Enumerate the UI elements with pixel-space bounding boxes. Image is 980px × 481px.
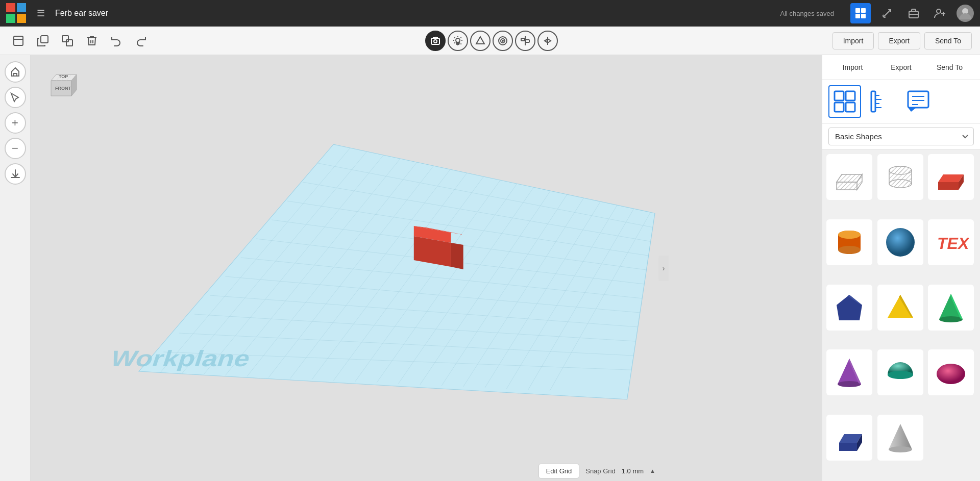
sendto-button[interactable]: Send To <box>925 59 974 75</box>
grid-tab[interactable] <box>828 85 861 118</box>
top-navbar: ☰ Ferb ear saver All changes saved <box>0 0 980 27</box>
svg-rect-3 <box>861 14 866 18</box>
shape-item-cone-purple[interactable] <box>826 349 872 395</box>
svg-rect-124 <box>839 443 857 451</box>
select-button[interactable] <box>5 87 26 108</box>
tinkercad-logo[interactable] <box>6 3 27 23</box>
bottom-bar: Edit Grid Snap Grid 1.0 mm ▲ <box>530 461 664 481</box>
undo-button[interactable] <box>106 31 127 51</box>
ruler-tab[interactable] <box>865 85 898 118</box>
shape-item-roof[interactable] <box>826 285 872 331</box>
import-button[interactable]: Import <box>832 32 874 49</box>
svg-rect-81 <box>846 103 855 112</box>
view-camera-button[interactable] <box>425 31 446 51</box>
view-distribute-button[interactable] <box>515 31 535 51</box>
edit-grid-button[interactable]: Edit Grid <box>538 464 580 478</box>
svg-text:Workplane: Workplane <box>107 346 254 371</box>
svg-marker-91 <box>908 108 916 112</box>
svg-point-101 <box>889 180 912 188</box>
svg-point-109 <box>886 228 915 257</box>
new-button[interactable] <box>8 31 29 51</box>
grid-view-button[interactable] <box>850 3 871 23</box>
svg-line-4 <box>884 10 891 17</box>
workplane-grid[interactable]: Workplane <box>31 55 822 481</box>
avatar[interactable] <box>957 5 974 22</box>
download-button[interactable] <box>5 163 26 185</box>
export-button[interactable]: Export <box>877 59 925 75</box>
svg-rect-78 <box>835 91 844 100</box>
svg-rect-87 <box>908 91 928 108</box>
svg-point-108 <box>838 231 861 239</box>
main-content: + − <box>0 55 980 481</box>
svg-point-127 <box>889 446 912 452</box>
svg-rect-15 <box>66 40 72 46</box>
view-light-button[interactable] <box>448 31 468 51</box>
snap-grid-label: Snap Grid <box>585 467 616 475</box>
svg-rect-11 <box>14 36 23 45</box>
logo-t <box>6 3 15 12</box>
pickaxe-button[interactable] <box>877 3 897 23</box>
svg-rect-14 <box>62 36 68 42</box>
logo-i <box>17 3 26 12</box>
shape-item-ellipsoid[interactable] <box>928 349 974 395</box>
view-shape-button[interactable] <box>470 31 491 51</box>
logo-c <box>17 14 26 23</box>
panel-collapse-handle[interactable]: › <box>658 256 669 281</box>
svg-rect-79 <box>846 91 855 100</box>
redo-button[interactable] <box>131 31 151 51</box>
svg-point-116 <box>939 316 963 322</box>
zoom-in-button[interactable]: + <box>5 112 26 134</box>
canvas-area[interactable]: TOP FRONT <box>31 55 822 481</box>
top-action-buttons: Import Export Send To <box>832 32 972 49</box>
zoom-out-button[interactable]: − <box>5 138 26 159</box>
svg-point-17 <box>434 40 437 43</box>
notes-tab[interactable] <box>902 85 935 118</box>
copy-button[interactable] <box>33 31 53 51</box>
shape-item-3d-text[interactable]: TEXT <box>928 219 974 265</box>
shape-item-hole-cylinder[interactable] <box>877 154 923 200</box>
menu-icon[interactable]: ☰ <box>33 5 49 21</box>
shape-item-box[interactable] <box>928 154 974 200</box>
view-mirror-button[interactable] <box>537 31 558 51</box>
svg-rect-94 <box>837 182 857 190</box>
duplicate-button[interactable] <box>57 31 78 51</box>
svg-marker-126 <box>889 424 912 449</box>
svg-rect-26 <box>14 73 17 76</box>
shape-item-cone-gray[interactable] <box>877 415 923 461</box>
svg-point-122 <box>937 364 965 384</box>
view-align-button[interactable] <box>493 31 513 51</box>
right-panel: Import Export Send To <box>822 55 980 481</box>
snap-grid-arrow[interactable]: ▲ <box>650 468 655 474</box>
svg-rect-0 <box>855 8 860 13</box>
shape-item-cone-green[interactable] <box>928 285 974 331</box>
view-icons-group <box>425 31 558 51</box>
shape-item-hole-box[interactable] <box>826 154 872 200</box>
svg-point-119 <box>838 381 861 387</box>
logo-n <box>6 14 15 23</box>
import-button[interactable]: Import <box>828 59 877 75</box>
svg-point-107 <box>838 246 861 254</box>
save-status: All changes saved <box>780 10 834 17</box>
svg-rect-13 <box>41 36 48 43</box>
svg-marker-111 <box>837 295 862 320</box>
shape-dropdown-container: Basic Shapes Letters Numbers Connectors … <box>822 123 980 150</box>
export-button[interactable]: Export <box>878 32 920 49</box>
shape-item-cylinder[interactable] <box>826 219 872 265</box>
delete-button[interactable] <box>82 31 102 51</box>
svg-rect-16 <box>431 38 439 44</box>
svg-rect-82 <box>871 91 875 112</box>
shape-item-pyramid[interactable] <box>877 285 923 331</box>
sendto-button[interactable]: Send To <box>924 32 972 49</box>
svg-rect-24 <box>526 40 529 42</box>
shape-item-sphere[interactable] <box>877 219 923 265</box>
briefcase-button[interactable] <box>903 3 924 23</box>
shape-category-dropdown[interactable]: Basic Shapes Letters Numbers Connectors … <box>828 128 974 145</box>
svg-point-18 <box>456 38 460 42</box>
shape-item-half-sphere[interactable] <box>877 349 923 395</box>
home-button[interactable] <box>5 61 26 83</box>
svg-text:TEXT: TEXT <box>937 234 969 252</box>
svg-marker-76 <box>451 243 463 269</box>
shape-item-box-navy[interactable] <box>826 415 872 461</box>
add-person-button[interactable] <box>930 3 950 23</box>
shape-grid: TEXT <box>822 150 980 481</box>
